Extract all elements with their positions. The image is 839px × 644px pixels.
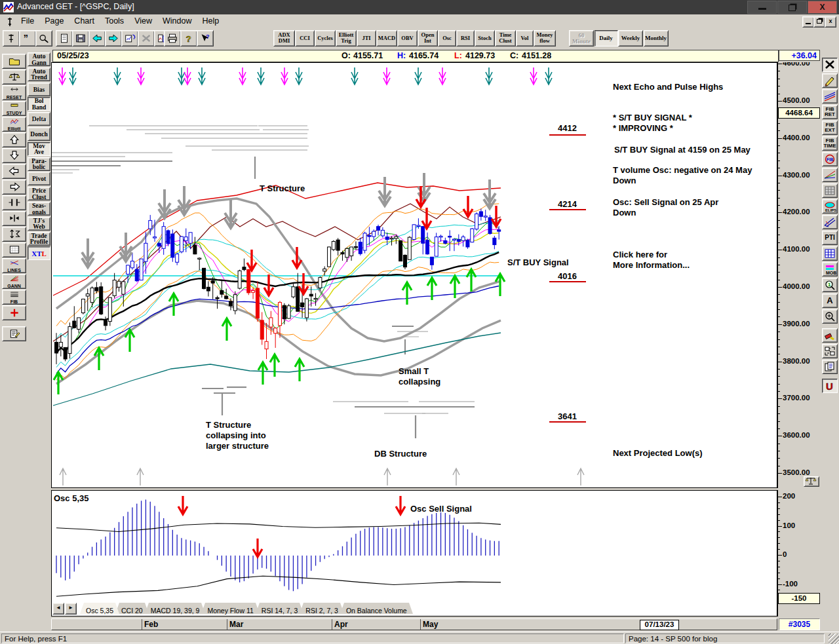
menu-help[interactable]: Help <box>197 14 224 29</box>
mdi-minimize-button[interactable] <box>802 16 814 28</box>
indicator-time-clust[interactable]: TimeClust <box>495 30 516 47</box>
indicator-stoch[interactable]: Stoch <box>475 30 495 47</box>
tab-macd-19-39-9[interactable]: MACD 19, 39, 9 <box>145 603 206 614</box>
rtool-zoom-button[interactable] <box>822 309 838 324</box>
tool-optimize-button[interactable] <box>2 69 26 85</box>
study-pivot-button[interactable]: Pivot <box>28 172 50 185</box>
timeframe-weekly[interactable]: Weekly <box>618 30 643 47</box>
tab-scroll-left-button[interactable]: ◄ <box>52 603 64 615</box>
rtool-magnet-button[interactable]: U <box>822 379 838 393</box>
rtool-grid2-button[interactable] <box>822 183 838 198</box>
study-seasonals-button[interactable]: Seas-onals <box>28 202 50 216</box>
tab-rsi-2-7-3[interactable]: RSI 2, 7, 3 <box>300 603 344 614</box>
pin-button[interactable] <box>3 30 20 47</box>
price-chart-panel[interactable]: 4412421440163641Next Echo and Pulse High… <box>51 62 777 488</box>
tab-cci-20[interactable]: CCI 20 <box>115 603 149 614</box>
study-auto-trend-button[interactable]: AutoTrend <box>28 67 50 81</box>
oscillator-panel[interactable]: Osc 5,35Osc Sell Signal <box>51 490 777 616</box>
indicator-vol[interactable]: Vol <box>516 30 534 47</box>
tool-fib-button[interactable]: FIB <box>2 290 26 305</box>
rtool-pencil-button[interactable] <box>822 73 838 88</box>
study-donch-button[interactable]: Donch <box>28 127 50 141</box>
tab-scroll-right-button[interactable]: ► <box>65 603 77 615</box>
mdi-restore-button[interactable] <box>813 16 825 28</box>
rtool-regression-button[interactable] <box>822 246 838 261</box>
tool-lines-button[interactable]: LINES <box>2 258 26 273</box>
rtool-pointer-x-button[interactable] <box>822 58 838 72</box>
study-bias-button[interactable]: Bias <box>28 83 50 96</box>
date-axis[interactable]: FebMarAprMay07/13/23 <box>51 618 777 630</box>
rtool-eraser-button[interactable] <box>822 328 838 343</box>
rtool-fan-button[interactable] <box>822 168 838 182</box>
tool-gann-button[interactable]: GANN <box>2 274 26 289</box>
rtool-fib-time-button[interactable]: FIBTIME <box>822 136 838 151</box>
study-tjs-web-button[interactable]: TJ'sWeb <box>28 217 50 231</box>
study-mov-ave-button[interactable]: MovAve <box>28 142 50 156</box>
timeframe-daily[interactable]: Daily <box>595 30 618 47</box>
price-axis[interactable]: 3500.003600.003700.003800.003900.004000.… <box>777 62 821 488</box>
tool-scroll-up-button[interactable] <box>2 132 26 147</box>
oscillator-axis[interactable]: -1000100200-150 <box>777 490 821 616</box>
search-button[interactable] <box>35 30 52 47</box>
indicator-obv[interactable]: OBV <box>397 30 418 47</box>
study-parabolic-button[interactable]: Para-bolic <box>28 157 50 171</box>
axis-scales-button[interactable] <box>804 476 819 487</box>
back-button[interactable] <box>88 30 106 47</box>
indicator-macd[interactable]: MACD <box>376 30 397 47</box>
resize-grip[interactable] <box>829 634 839 644</box>
menu-tools[interactable]: Tools <box>100 14 129 29</box>
menu-window[interactable]: Window <box>157 14 197 29</box>
indicator-cycles[interactable]: Cycles <box>315 30 336 47</box>
tool-value-scale-button[interactable] <box>2 227 26 242</box>
menu-view[interactable]: View <box>129 14 157 29</box>
menu-page[interactable]: Page <box>39 14 69 29</box>
rtool-text-tool-button[interactable]: A <box>822 294 838 308</box>
study-trade-profile-button[interactable]: TradeProfile <box>28 232 50 246</box>
forward-button[interactable] <box>105 30 122 47</box>
tool-study-button[interactable]: STUDY <box>2 101 26 116</box>
study-xtl-button[interactable]: XTL <box>28 246 50 260</box>
timeframe-monthly[interactable]: Monthly <box>644 30 669 47</box>
indicator-adx-dmi[interactable]: ADXDMI <box>273 30 295 47</box>
rtool-fib-ret-button[interactable]: FIBRET <box>822 105 838 119</box>
menu-chart[interactable]: Chart <box>69 14 100 29</box>
tool-scroll-left-button[interactable] <box>2 164 26 179</box>
tab-on-balance-volume[interactable]: On Balance Volume <box>340 603 413 614</box>
print-button[interactable] <box>164 30 181 47</box>
study-auto-gann-button[interactable]: AutoGann <box>28 52 50 66</box>
tool-bar-width-button[interactable] <box>2 211 26 226</box>
minimize-button[interactable] <box>747 1 777 14</box>
indicator-osc[interactable]: Osc <box>438 30 456 47</box>
rtool-pitchfork-button[interactable] <box>822 215 838 229</box>
study-delta-button[interactable]: Delta <box>28 112 50 126</box>
tool-open-folder-button[interactable] <box>2 54 26 69</box>
study-price-clust-button[interactable]: PriceClust <box>28 187 50 200</box>
tool-elliott-button[interactable]: Elliott <box>2 117 26 132</box>
indicator-rsi[interactable]: RSI <box>456 30 475 47</box>
context-help-button[interactable]: ? <box>197 30 214 47</box>
tab-osc-5-35[interactable]: Osc 5,35 <box>80 603 119 614</box>
indicator-cci[interactable]: CCI <box>295 30 315 47</box>
mdi-close-button[interactable]: x <box>825 16 836 28</box>
close-gray-button[interactable] <box>138 30 155 47</box>
rtool-fib-circle-button[interactable]: FIB <box>822 152 838 166</box>
indicator-elliott-trig[interactable]: ElliottTrig <box>336 30 357 47</box>
rtool-expert-lens-button[interactable]: 1 <box>822 278 838 292</box>
quotes-button[interactable]: ” <box>19 30 36 47</box>
tool-crosshair-button[interactable] <box>2 305 26 320</box>
tool-scroll-right-button[interactable] <box>2 180 26 195</box>
save-button[interactable] <box>72 30 89 47</box>
tool-bar-spacing-button[interactable] <box>2 195 26 210</box>
rtool-ellipse-button[interactable]: ELIPS <box>822 199 838 214</box>
indicator-jti[interactable]: JTI <box>357 30 376 47</box>
maximize-button[interactable] <box>777 1 807 14</box>
rtool-scripts-button[interactable] <box>822 360 838 374</box>
tool-scroll-down-button[interactable] <box>2 148 26 163</box>
tab-rsi-14-7-3[interactable]: RSI 14, 7, 3 <box>256 603 303 614</box>
new-page-button[interactable] <box>56 30 73 47</box>
study-bol-band-button[interactable]: BolBand <box>28 97 50 111</box>
tool-grid-button[interactable] <box>2 242 26 257</box>
rtool-trendlines-button[interactable] <box>822 89 838 104</box>
refresh-chart-button[interactable] <box>121 30 138 47</box>
rtool-expand-button[interactable] <box>822 344 838 358</box>
